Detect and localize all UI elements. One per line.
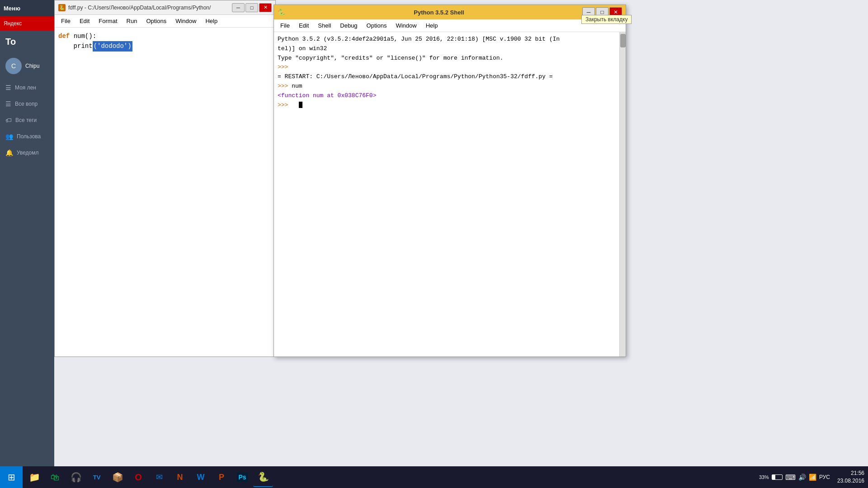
second-prompt-line: >>> num [278, 82, 616, 91]
editor-titlebar[interactable]: 🐍 fdff.py - C:/Users/Леново/AppData/Loca… [55, 0, 275, 15]
clock-date: 23.08.2016 [837, 477, 864, 485]
editor-title: 🐍 fdff.py - C:/Users/Леново/AppData/Loca… [58, 4, 211, 11]
system-tray: 33% ⌨ 🔊 📶 РУС 21:56 23.08.2016 [755, 469, 868, 485]
headphones-icon: 🎧 [71, 472, 82, 483]
taskbar-icons-area: 📁 🛍 🎧 TV 📦 O ✉ N W P Ps [23, 467, 275, 487]
shell-menu-edit[interactable]: Edit [294, 20, 313, 31]
volume-icon: 🔊 [798, 474, 806, 481]
keyboard-icon: ⌨ [785, 473, 796, 482]
code-line-1: def num (): [58, 31, 272, 41]
editor-menubar: File Edit Format Run Options Window Help [55, 15, 275, 28]
tags-icon: 🏷 [5, 117, 12, 124]
python-info-line: Type "copyright", "credits" or "license(… [278, 54, 616, 63]
sidebar-menu-header[interactable]: Меню [0, 0, 54, 16]
start-button[interactable]: ⊞ [0, 466, 23, 488]
battery-fill [772, 475, 775, 479]
yandex-label: Яндекс [4, 20, 22, 27]
questions-label: Все вопр [15, 101, 38, 107]
shell-title: Python 3.5.2 Shell [296, 9, 582, 16]
shell-menu-options[interactable]: Options [362, 20, 392, 31]
shell-menu-shell[interactable]: Shell [313, 20, 335, 31]
menu-format[interactable]: Format [94, 16, 122, 26]
taskbar-icon-3dviewer[interactable]: 📦 [108, 467, 127, 487]
shell-menu-debug[interactable]: Debug [335, 20, 362, 31]
menu-label: Меню [4, 5, 20, 12]
yandex-bar[interactable]: Яндекс [0, 16, 54, 31]
wifi-icon: 📶 [809, 474, 816, 481]
taskbar-icon-teamviewer[interactable]: TV [87, 467, 107, 487]
python-version-line2: tel)] on win32 [278, 44, 616, 54]
sidebar-item-questions[interactable]: ☰ Все вопр [0, 96, 54, 112]
feed-label: Моя лен [15, 84, 36, 91]
tray-icons: 33% ⌨ 🔊 📶 РУС [755, 473, 834, 482]
store-icon: 🛍 [51, 472, 60, 483]
windows-icon: ⊞ [8, 472, 15, 483]
scroll-thumb[interactable] [620, 34, 626, 47]
powerpoint-icon: P [219, 473, 224, 482]
taskbar: ⊞ 📁 🛍 🎧 TV 📦 O ✉ N W P [0, 466, 868, 488]
sidebar-item-feed[interactable]: ☰ Моя лен [0, 80, 54, 96]
avatar: C [5, 58, 22, 74]
shell-output-area[interactable]: Python 3.5.2 (v3.5.2:4def2a2901a5, Jun 2… [274, 32, 619, 357]
language-indicator: РУС [819, 474, 830, 480]
sidebar-item-notifications[interactable]: 🔔 Уведомл [0, 145, 54, 161]
taskbar-icon-word[interactable]: W [191, 467, 211, 487]
menu-window[interactable]: Window [171, 16, 201, 26]
maximize-button[interactable]: □ [245, 3, 258, 12]
taskbar-icon-headphones[interactable]: 🎧 [66, 467, 86, 487]
idle-shell-window: Закрыть вкладку 🐍 Python 3.5.2 Shell ─ □… [274, 5, 626, 357]
forum-title: То [0, 31, 54, 52]
shell-menu-help[interactable]: Help [421, 20, 443, 31]
taskbar-icon-python[interactable]: 🐍 [253, 467, 273, 487]
third-prompt-line: >>> [278, 101, 616, 110]
tab-close-tooltip: Закрыть вкладку [581, 15, 632, 24]
opera-icon: O [135, 472, 142, 483]
taskbar-icon-outlook[interactable]: ✉ [149, 467, 169, 487]
taskbar-icon-onenote[interactable]: N [170, 467, 190, 487]
system-clock: 21:56 23.08.2016 [837, 469, 864, 485]
code-editor-area[interactable]: def num (): print ('dododo') [55, 28, 275, 357]
python-version-line1: Python 3.5.2 (v3.5.2:4def2a2901a5, Jun 2… [278, 35, 616, 44]
python-icon: 🐍 [258, 471, 269, 482]
feed-icon: ☰ [5, 84, 11, 91]
minimize-button[interactable]: ─ [232, 3, 245, 12]
menu-help[interactable]: Help [201, 16, 222, 26]
menu-file[interactable]: File [57, 16, 75, 26]
user-profile[interactable]: C Chipu [0, 52, 54, 80]
questions-icon: ☰ [5, 100, 11, 108]
notifications-icon: 🔔 [5, 149, 13, 156]
editor-window-controls[interactable]: ─ □ ✕ [232, 3, 272, 12]
sidebar-item-tags[interactable]: 🏷 Все теги [0, 112, 54, 128]
taskbar-icon-opera[interactable]: O [128, 467, 148, 487]
restart-line: = RESTART: C:/Users/Леново/AppData/Local… [278, 72, 616, 82]
sidebar-item-users[interactable]: 👥 Пользова [0, 128, 54, 145]
shell-scrollbar[interactable] [619, 32, 626, 357]
taskbar-icon-store[interactable]: 🛍 [45, 467, 65, 487]
code-line-2: print ('dododo') [58, 41, 272, 51]
users-icon: 👥 [5, 133, 13, 140]
shell-menubar: File Edit Shell Debug Options Window Hel… [274, 19, 626, 32]
taskbar-icon-powerpoint[interactable]: P [212, 467, 231, 487]
shell-menu-window[interactable]: Window [391, 20, 421, 31]
taskbar-icon-explorer[interactable]: 📁 [24, 467, 44, 487]
battery-icon [772, 474, 783, 480]
menu-run[interactable]: Run [122, 16, 142, 26]
onenote-icon: N [177, 473, 183, 482]
shell-menu-file[interactable]: File [276, 20, 294, 31]
notifications-label: Уведомл [17, 150, 39, 156]
python-file-icon: 🐍 [58, 4, 66, 11]
photoshop-icon: Ps [237, 473, 247, 482]
teamviewer-icon: TV [93, 474, 101, 481]
tags-label: Все теги [15, 117, 37, 123]
shell-body: Python 3.5.2 (v3.5.2:4def2a2901a5, Jun 2… [274, 32, 626, 357]
taskbar-icon-photoshop[interactable]: Ps [232, 467, 252, 487]
highlighted-string: ('dododo') [93, 41, 132, 51]
menu-options[interactable]: Options [142, 16, 171, 26]
forum-sidebar: Меню Яндекс То C Chipu ☰ Моя лен ☰ Все в… [0, 0, 54, 466]
clock-time: 21:56 [837, 469, 864, 477]
idle-editor-window: 🐍 fdff.py - C:/Users/Леново/AppData/Loca… [54, 0, 276, 357]
3dviewer-icon: 📦 [112, 472, 123, 483]
menu-edit[interactable]: Edit [75, 16, 94, 26]
shell-titlebar[interactable]: 🐍 Python 3.5.2 Shell ─ □ ✕ [274, 5, 626, 19]
close-button[interactable]: ✕ [259, 3, 272, 12]
